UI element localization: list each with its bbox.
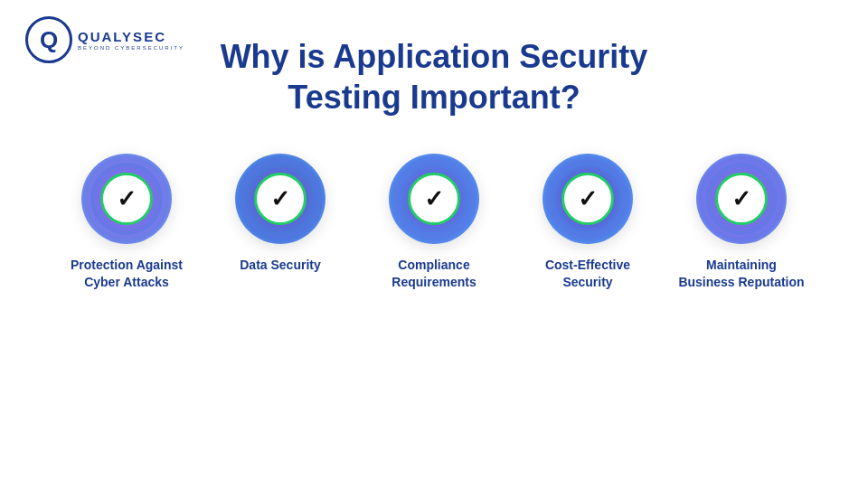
inner-circle-4: ✓ xyxy=(561,173,614,225)
checkmark-3: ✓ xyxy=(424,187,444,211)
label-1: Protection Against Cyber Attacks xyxy=(63,257,190,291)
checkmark-1: ✓ xyxy=(117,187,137,211)
mid-ring-1: ✓ xyxy=(90,163,163,235)
item-protection: ✓ Protection Against Cyber Attacks xyxy=(63,154,190,291)
label-4: Cost-Effective Security xyxy=(524,257,651,291)
inner-circle-2: ✓ xyxy=(254,173,307,225)
logo-brand-name: QUALYSEC xyxy=(78,29,184,44)
label-3: Compliance Requirements xyxy=(371,257,497,291)
inner-circle-5: ✓ xyxy=(715,173,768,225)
mid-ring-3: ✓ xyxy=(398,163,470,235)
inner-circle-1: ✓ xyxy=(100,173,153,225)
circle-icon-2: ✓ xyxy=(235,154,326,244)
inner-circle-3: ✓ xyxy=(408,173,460,225)
label-2: Data Security xyxy=(240,257,320,274)
page: Q QUALYSEC BEYOND CYBERSECURITY Why is A… xyxy=(0,0,868,488)
logo-tagline: BEYOND CYBERSECURITY xyxy=(78,45,184,51)
checkmark-5: ✓ xyxy=(731,187,751,211)
logo-circle: Q xyxy=(25,16,72,63)
item-cost-effective: ✓ Cost-Effective Security xyxy=(524,154,651,291)
logo-q-letter: Q xyxy=(40,28,58,52)
item-compliance: ✓ Compliance Requirements xyxy=(371,154,497,291)
mid-ring-4: ✓ xyxy=(552,163,624,235)
item-data-security: ✓ Data Security xyxy=(217,154,344,274)
circle-icon-1: ✓ xyxy=(81,154,172,244)
title-line2: Testing Important? xyxy=(288,79,580,116)
item-reputation: ✓ Maintaining Business Reputation xyxy=(678,154,805,291)
mid-ring-5: ✓ xyxy=(705,163,778,235)
checkmark-2: ✓ xyxy=(270,187,290,211)
mid-ring-2: ✓ xyxy=(244,163,316,235)
circle-icon-5: ✓ xyxy=(696,154,787,244)
circle-icon-4: ✓ xyxy=(542,154,633,244)
title-line1: Why is Application Security xyxy=(221,38,648,75)
icons-row: ✓ Protection Against Cyber Attacks ✓ Dat… xyxy=(36,154,832,291)
checkmark-4: ✓ xyxy=(578,187,598,211)
circle-icon-3: ✓ xyxy=(389,154,479,244)
logo: Q QUALYSEC BEYOND CYBERSECURITY xyxy=(25,16,184,63)
label-5: Maintaining Business Reputation xyxy=(678,257,805,291)
main-title: Why is Application Security Testing Impo… xyxy=(221,36,648,117)
